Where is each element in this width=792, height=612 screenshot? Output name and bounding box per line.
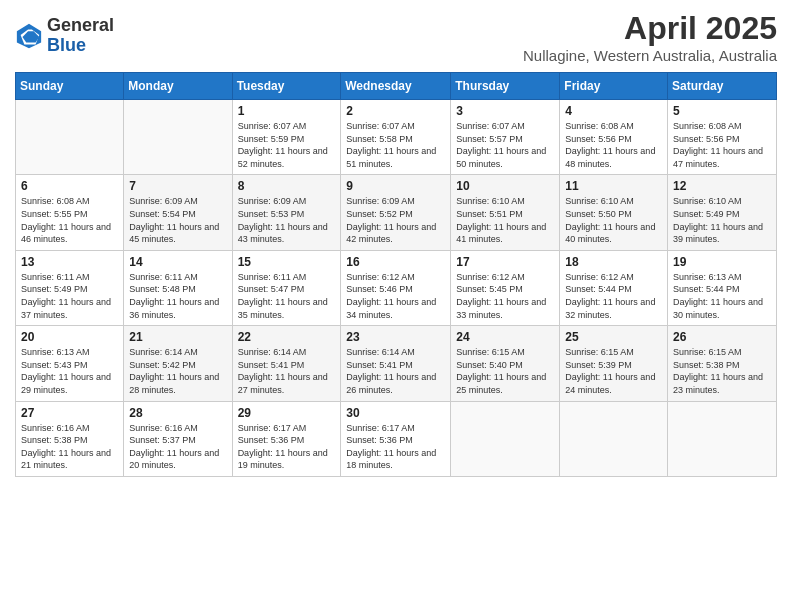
day-info: Sunrise: 6:11 AMSunset: 5:47 PMDaylight:… <box>238 271 336 321</box>
calendar-cell: 15Sunrise: 6:11 AMSunset: 5:47 PMDayligh… <box>232 250 341 325</box>
day-number: 8 <box>238 179 336 193</box>
calendar-cell: 5Sunrise: 6:08 AMSunset: 5:56 PMDaylight… <box>668 100 777 175</box>
day-number: 26 <box>673 330 771 344</box>
day-number: 9 <box>346 179 445 193</box>
day-info: Sunrise: 6:12 AMSunset: 5:44 PMDaylight:… <box>565 271 662 321</box>
day-info: Sunrise: 6:09 AMSunset: 5:53 PMDaylight:… <box>238 195 336 245</box>
calendar-cell: 23Sunrise: 6:14 AMSunset: 5:41 PMDayligh… <box>341 326 451 401</box>
calendar-cell: 13Sunrise: 6:11 AMSunset: 5:49 PMDayligh… <box>16 250 124 325</box>
day-info: Sunrise: 6:12 AMSunset: 5:45 PMDaylight:… <box>456 271 554 321</box>
day-number: 3 <box>456 104 554 118</box>
calendar-week-row: 6Sunrise: 6:08 AMSunset: 5:55 PMDaylight… <box>16 175 777 250</box>
day-number: 2 <box>346 104 445 118</box>
calendar-cell: 20Sunrise: 6:13 AMSunset: 5:43 PMDayligh… <box>16 326 124 401</box>
calendar-cell: 22Sunrise: 6:14 AMSunset: 5:41 PMDayligh… <box>232 326 341 401</box>
calendar-cell: 3Sunrise: 6:07 AMSunset: 5:57 PMDaylight… <box>451 100 560 175</box>
day-number: 13 <box>21 255 118 269</box>
day-info: Sunrise: 6:09 AMSunset: 5:54 PMDaylight:… <box>129 195 226 245</box>
calendar-cell <box>560 401 668 476</box>
day-info: Sunrise: 6:17 AMSunset: 5:36 PMDaylight:… <box>346 422 445 472</box>
day-number: 15 <box>238 255 336 269</box>
calendar-cell: 16Sunrise: 6:12 AMSunset: 5:46 PMDayligh… <box>341 250 451 325</box>
calendar-cell: 18Sunrise: 6:12 AMSunset: 5:44 PMDayligh… <box>560 250 668 325</box>
day-number: 23 <box>346 330 445 344</box>
day-info: Sunrise: 6:07 AMSunset: 5:57 PMDaylight:… <box>456 120 554 170</box>
calendar-week-row: 1Sunrise: 6:07 AMSunset: 5:59 PMDaylight… <box>16 100 777 175</box>
day-info: Sunrise: 6:14 AMSunset: 5:41 PMDaylight:… <box>346 346 445 396</box>
day-number: 4 <box>565 104 662 118</box>
calendar-cell: 21Sunrise: 6:14 AMSunset: 5:42 PMDayligh… <box>124 326 232 401</box>
day-number: 12 <box>673 179 771 193</box>
day-number: 1 <box>238 104 336 118</box>
day-number: 17 <box>456 255 554 269</box>
day-info: Sunrise: 6:17 AMSunset: 5:36 PMDaylight:… <box>238 422 336 472</box>
day-info: Sunrise: 6:10 AMSunset: 5:51 PMDaylight:… <box>456 195 554 245</box>
day-info: Sunrise: 6:14 AMSunset: 5:41 PMDaylight:… <box>238 346 336 396</box>
day-number: 22 <box>238 330 336 344</box>
logo: General Blue <box>15 16 114 56</box>
logo-general-text: General <box>47 16 114 36</box>
calendar-cell: 29Sunrise: 6:17 AMSunset: 5:36 PMDayligh… <box>232 401 341 476</box>
calendar-cell <box>451 401 560 476</box>
calendar-cell: 7Sunrise: 6:09 AMSunset: 5:54 PMDaylight… <box>124 175 232 250</box>
calendar-cell: 12Sunrise: 6:10 AMSunset: 5:49 PMDayligh… <box>668 175 777 250</box>
calendar-cell <box>124 100 232 175</box>
calendar-cell: 24Sunrise: 6:15 AMSunset: 5:40 PMDayligh… <box>451 326 560 401</box>
logo-text: General Blue <box>47 16 114 56</box>
day-number: 25 <box>565 330 662 344</box>
title-area: April 2025 Nullagine, Western Australia,… <box>523 10 777 64</box>
calendar-cell <box>668 401 777 476</box>
day-info: Sunrise: 6:08 AMSunset: 5:55 PMDaylight:… <box>21 195 118 245</box>
calendar-cell: 4Sunrise: 6:08 AMSunset: 5:56 PMDaylight… <box>560 100 668 175</box>
day-info: Sunrise: 6:08 AMSunset: 5:56 PMDaylight:… <box>673 120 771 170</box>
calendar-cell: 25Sunrise: 6:15 AMSunset: 5:39 PMDayligh… <box>560 326 668 401</box>
day-number: 14 <box>129 255 226 269</box>
day-info: Sunrise: 6:09 AMSunset: 5:52 PMDaylight:… <box>346 195 445 245</box>
day-info: Sunrise: 6:13 AMSunset: 5:44 PMDaylight:… <box>673 271 771 321</box>
day-number: 16 <box>346 255 445 269</box>
day-number: 21 <box>129 330 226 344</box>
calendar-table: SundayMondayTuesdayWednesdayThursdayFrid… <box>15 72 777 477</box>
day-info: Sunrise: 6:16 AMSunset: 5:37 PMDaylight:… <box>129 422 226 472</box>
location: Nullagine, Western Australia, Australia <box>523 47 777 64</box>
logo-blue-text: Blue <box>47 36 114 56</box>
day-info: Sunrise: 6:10 AMSunset: 5:50 PMDaylight:… <box>565 195 662 245</box>
day-info: Sunrise: 6:14 AMSunset: 5:42 PMDaylight:… <box>129 346 226 396</box>
day-info: Sunrise: 6:10 AMSunset: 5:49 PMDaylight:… <box>673 195 771 245</box>
col-header-sunday: Sunday <box>16 73 124 100</box>
day-info: Sunrise: 6:15 AMSunset: 5:38 PMDaylight:… <box>673 346 771 396</box>
day-number: 11 <box>565 179 662 193</box>
calendar-cell: 2Sunrise: 6:07 AMSunset: 5:58 PMDaylight… <box>341 100 451 175</box>
day-number: 28 <box>129 406 226 420</box>
day-number: 10 <box>456 179 554 193</box>
calendar-cell: 14Sunrise: 6:11 AMSunset: 5:48 PMDayligh… <box>124 250 232 325</box>
calendar-cell: 27Sunrise: 6:16 AMSunset: 5:38 PMDayligh… <box>16 401 124 476</box>
day-info: Sunrise: 6:08 AMSunset: 5:56 PMDaylight:… <box>565 120 662 170</box>
day-info: Sunrise: 6:15 AMSunset: 5:40 PMDaylight:… <box>456 346 554 396</box>
calendar-cell: 17Sunrise: 6:12 AMSunset: 5:45 PMDayligh… <box>451 250 560 325</box>
col-header-wednesday: Wednesday <box>341 73 451 100</box>
day-number: 30 <box>346 406 445 420</box>
month-year: April 2025 <box>523 10 777 47</box>
calendar-cell: 28Sunrise: 6:16 AMSunset: 5:37 PMDayligh… <box>124 401 232 476</box>
calendar-header-row: SundayMondayTuesdayWednesdayThursdayFrid… <box>16 73 777 100</box>
calendar-cell: 8Sunrise: 6:09 AMSunset: 5:53 PMDaylight… <box>232 175 341 250</box>
calendar-cell: 26Sunrise: 6:15 AMSunset: 5:38 PMDayligh… <box>668 326 777 401</box>
col-header-saturday: Saturday <box>668 73 777 100</box>
col-header-monday: Monday <box>124 73 232 100</box>
header: General Blue April 2025 Nullagine, Weste… <box>15 10 777 64</box>
calendar-cell: 9Sunrise: 6:09 AMSunset: 5:52 PMDaylight… <box>341 175 451 250</box>
day-number: 7 <box>129 179 226 193</box>
col-header-tuesday: Tuesday <box>232 73 341 100</box>
day-info: Sunrise: 6:13 AMSunset: 5:43 PMDaylight:… <box>21 346 118 396</box>
day-number: 24 <box>456 330 554 344</box>
day-info: Sunrise: 6:07 AMSunset: 5:58 PMDaylight:… <box>346 120 445 170</box>
day-number: 19 <box>673 255 771 269</box>
day-number: 29 <box>238 406 336 420</box>
calendar-week-row: 27Sunrise: 6:16 AMSunset: 5:38 PMDayligh… <box>16 401 777 476</box>
day-number: 20 <box>21 330 118 344</box>
logo-icon <box>15 22 43 50</box>
calendar-cell: 11Sunrise: 6:10 AMSunset: 5:50 PMDayligh… <box>560 175 668 250</box>
day-info: Sunrise: 6:11 AMSunset: 5:48 PMDaylight:… <box>129 271 226 321</box>
calendar-cell <box>16 100 124 175</box>
